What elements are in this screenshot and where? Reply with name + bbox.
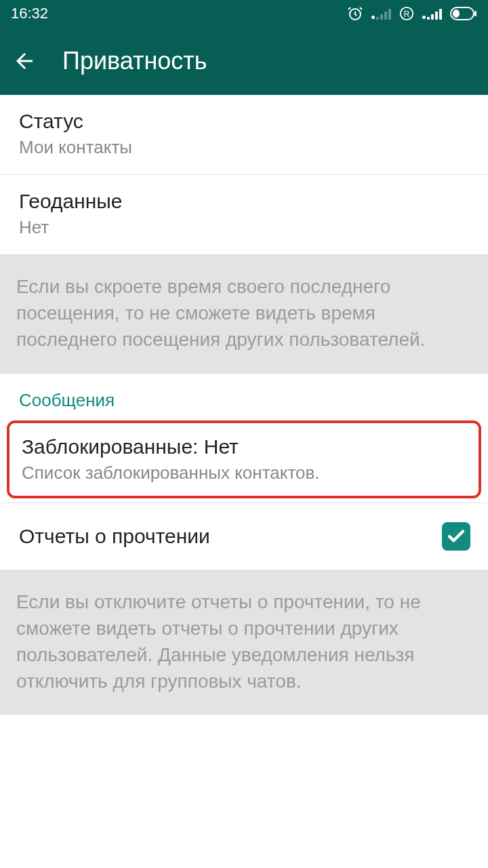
registered-icon: R <box>399 6 414 21</box>
signal-weak-icon <box>371 7 391 20</box>
status-bar: 16:32 R <box>0 0 488 27</box>
setting-blocked-sub: Список заблокированных контактов. <box>22 462 466 484</box>
section-messages-header: Сообщения <box>0 374 488 418</box>
read-receipts-info: Если вы отключите отчеты о прочтении, то… <box>0 570 488 715</box>
alarm-icon <box>347 5 363 22</box>
setting-read-receipts[interactable]: Отчеты о прочтении <box>0 503 488 570</box>
page-title: Приватность <box>62 47 207 75</box>
setting-geodata[interactable]: Геоданные Нет <box>0 175 488 254</box>
read-receipts-label: Отчеты о прочтении <box>19 525 210 548</box>
svg-rect-5 <box>453 9 460 18</box>
setting-status-value: Мои контакты <box>19 137 469 158</box>
app-bar: Приватность <box>0 27 488 95</box>
last-seen-info: Если вы скроете время своего последнего … <box>0 254 488 374</box>
setting-geodata-title: Геоданные <box>19 190 469 213</box>
setting-geodata-value: Нет <box>19 217 469 238</box>
status-icons: R <box>347 5 477 22</box>
battery-icon <box>450 7 477 20</box>
setting-blocked-title: Заблокированные: Нет <box>22 435 466 458</box>
back-button[interactable] <box>12 49 37 73</box>
setting-blocked[interactable]: Заблокированные: Нет Список заблокирован… <box>7 420 481 498</box>
read-receipts-checkbox[interactable] <box>442 522 470 551</box>
setting-status-title: Статус <box>19 110 469 133</box>
signal-full-icon <box>422 7 442 20</box>
svg-text:R: R <box>404 9 410 19</box>
status-time: 16:32 <box>11 5 48 22</box>
setting-status[interactable]: Статус Мои контакты <box>0 95 488 175</box>
svg-rect-4 <box>474 11 476 16</box>
